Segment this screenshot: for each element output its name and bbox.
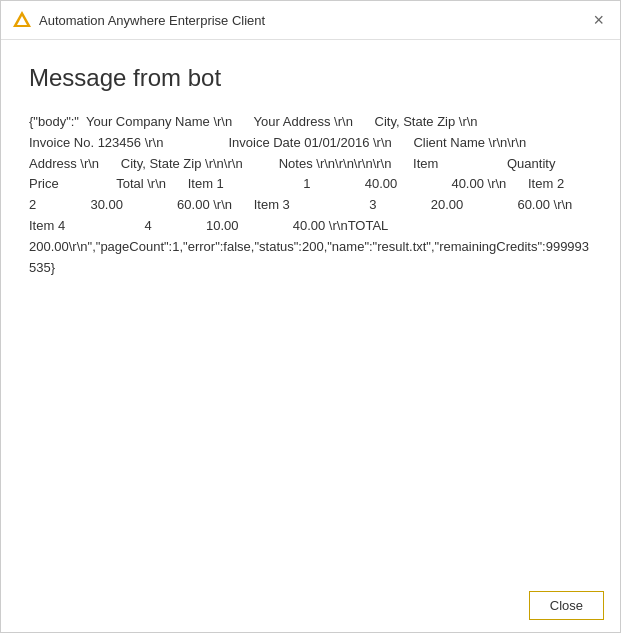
logo-triangle [13,11,31,27]
dialog-body: Message from bot {"body":" Your Company … [1,40,620,579]
close-dialog-button[interactable]: Close [529,591,604,620]
app-logo-icon [13,11,31,29]
message-content: {"body":" Your Company Name \r\n Your Ad… [29,112,592,563]
title-bar: Automation Anywhere Enterprise Client × [1,1,620,40]
dialog-footer: Close [1,579,620,632]
title-bar-left: Automation Anywhere Enterprise Client [13,11,265,29]
window-close-button[interactable]: × [589,9,608,31]
window-title: Automation Anywhere Enterprise Client [39,13,265,28]
message-heading: Message from bot [29,64,592,92]
main-dialog: Automation Anywhere Enterprise Client × … [0,0,621,633]
